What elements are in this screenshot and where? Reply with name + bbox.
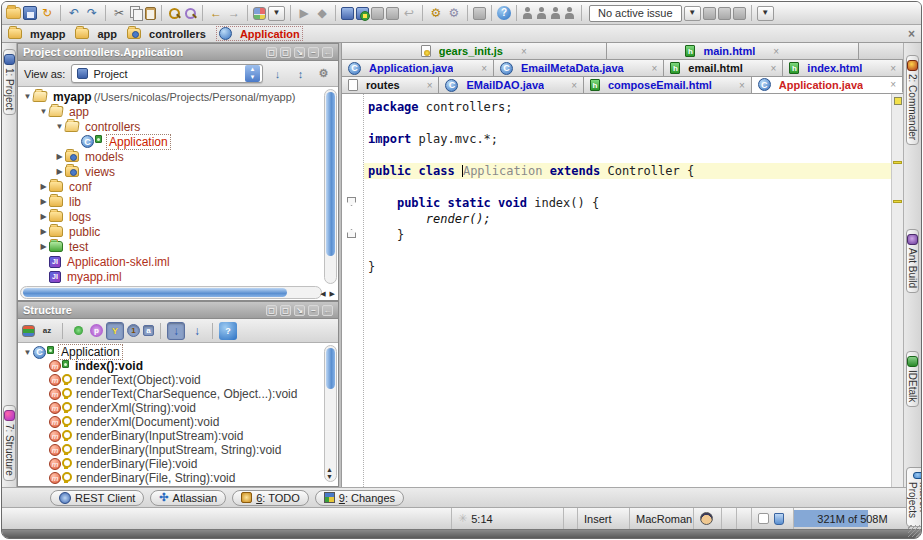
module-settings-icon[interactable]	[341, 7, 354, 20]
project-vertical-scrollbar[interactable]	[324, 89, 337, 284]
tool-button-2-commander[interactable]: 2: Commander	[906, 55, 919, 145]
cut-icon[interactable]: ✂	[111, 5, 127, 21]
overflow-dropdown[interactable]: ▼	[757, 6, 774, 21]
tree-item-application[interactable]: ▼CApplication	[18, 345, 338, 359]
changes-button[interactable]: 9: Changes	[315, 490, 404, 506]
code-line-5[interactable]: public class Application extends Control…	[364, 163, 891, 179]
tree-item-renderbinary-inputstream-string-void[interactable]: mrenderBinary(InputStream, String):void	[18, 443, 338, 457]
sort-by-visibility-icon[interactable]	[22, 325, 35, 337]
todo-button[interactable]: 6: TODO	[232, 490, 309, 506]
scrollbar-arrows-icon[interactable]: ◀ ▶	[320, 290, 336, 298]
code-editor[interactable]: package controllers;import play.mvc.*;pu…	[364, 94, 891, 487]
editor-tab-email-html[interactable]: hemail.html×	[664, 60, 783, 76]
tab-close-icon[interactable]: ×	[651, 63, 657, 74]
show-properties-icon[interactable]: p	[90, 324, 103, 337]
error-stripe[interactable]	[891, 94, 903, 487]
tree-item-controllers[interactable]: ▼controllers	[18, 119, 338, 134]
editor-gutter[interactable]	[342, 94, 364, 487]
show-inherited-icon[interactable]: Y	[106, 322, 124, 340]
idetalk-dnd-icon[interactable]	[536, 6, 548, 20]
code-line-1[interactable]: package controllers;	[368, 99, 891, 115]
editor-tab-routes[interactable]: routes×	[342, 77, 439, 93]
show-anonymous-icon[interactable]: 1	[127, 324, 140, 337]
replace-icon[interactable]	[183, 6, 197, 20]
project-horizontal-scrollbar[interactable]	[20, 286, 322, 299]
tree-item-app[interactable]: ▼app	[18, 104, 338, 119]
tab-close-icon[interactable]: ×	[773, 46, 779, 57]
code-line-2[interactable]	[368, 115, 891, 131]
cursor-position-cell[interactable]: ✳ 5:14	[451, 508, 563, 529]
tool-button-1-project[interactable]: 1: Project	[3, 49, 16, 115]
undo-icon[interactable]: ↶	[66, 5, 82, 21]
copy-reference-icon[interactable]	[371, 7, 384, 20]
debug-icon[interactable]: ◆	[314, 5, 330, 21]
rest-client-button[interactable]: REST Client	[50, 490, 144, 506]
code-line-8[interactable]: render();	[368, 211, 891, 227]
tab-close-icon[interactable]: ×	[571, 80, 577, 91]
tree-item-lib[interactable]: ▶lib	[18, 194, 338, 209]
tree-item-rendertext-object-void[interactable]: mrenderText(Object):void	[18, 373, 338, 387]
run-icon[interactable]: ▶	[296, 5, 312, 21]
encoding-cell[interactable]: MacRoman	[629, 508, 693, 529]
redo-icon[interactable]: ↷	[84, 5, 100, 21]
tree-item-application-skel-iml[interactable]: JIApplication-skel.iml	[18, 254, 338, 269]
dock-button-icon[interactable]: ◻	[280, 47, 291, 58]
tree-item-renderxml-string-void[interactable]: mrenderXml(String):void	[18, 401, 338, 415]
tree-right-arrow-icon[interactable]: ▶	[54, 167, 65, 176]
tree-down-arrow-icon[interactable]: ▼	[54, 122, 65, 131]
jar-icon[interactable]	[703, 7, 716, 20]
editor-tab-composeemail-html[interactable]: hcomposeEmail.html×	[584, 77, 752, 93]
tree-item-index-void[interactable]: mindex():void	[18, 359, 338, 373]
close-icon[interactable]: ×	[908, 27, 915, 41]
save-icon[interactable]	[23, 6, 37, 20]
code-line-6[interactable]	[368, 179, 891, 195]
background-tasks-icon[interactable]: ✳	[458, 512, 467, 525]
sort-alphabetically-icon[interactable]: az	[38, 322, 56, 340]
breadcrumb-item-app[interactable]: app	[75, 28, 117, 40]
memory-indicator[interactable]: 321M of 508M	[793, 508, 911, 529]
warning-stripe-mark[interactable]	[893, 200, 902, 203]
tab-close-icon[interactable]: ×	[771, 63, 777, 74]
pin-button-icon[interactable]: ↘	[294, 305, 305, 316]
tree-item-public[interactable]: ▶public	[18, 224, 338, 239]
float-button-icon[interactable]: ◻	[266, 47, 277, 58]
tree-item-renderbinary-file-string-void[interactable]: mrenderBinary(File, String):void	[18, 471, 338, 485]
code-line-10[interactable]	[368, 243, 891, 259]
garbage-collector-icon[interactable]	[774, 513, 784, 525]
settings-gear-icon[interactable]: ⚙	[315, 65, 332, 82]
tree-right-arrow-icon[interactable]: ▶	[38, 242, 49, 251]
fold-marker-open-icon[interactable]	[347, 197, 356, 206]
autoscroll-from-source-icon[interactable]: ↓	[188, 322, 206, 340]
insert-mode-cell[interactable]: Insert	[577, 508, 629, 529]
tool-button-7-structure[interactable]: 7: Structure	[3, 405, 16, 481]
editor-tab-gears-init-js[interactable]: gears_init.js×	[342, 43, 607, 59]
tool-button-ant-build[interactable]: Ant Build	[906, 229, 919, 293]
breadcrumb-item-controllers[interactable]: controllers	[127, 28, 206, 40]
editor-tab-index-html[interactable]: hindex.html×	[783, 60, 903, 76]
minimize-button-icon[interactable]: −	[308, 305, 319, 316]
rollback-icon[interactable]: ↩	[401, 5, 417, 21]
resize-grip[interactable]	[908, 525, 920, 537]
tree-item-conf[interactable]: ▶conf	[18, 179, 338, 194]
tree-item-logs[interactable]: ▶logs	[18, 209, 338, 224]
comment-icon[interactable]	[733, 7, 746, 20]
code-line-3[interactable]: import play.mvc.*;	[368, 131, 891, 147]
help-icon[interactable]: ?	[219, 322, 237, 340]
back-icon[interactable]: ←	[208, 5, 224, 21]
tab-close-icon[interactable]: ×	[427, 80, 433, 91]
combo-stepper-icon[interactable]: ▲▼	[245, 65, 260, 82]
run-config-dropdown[interactable]: ▼	[268, 6, 285, 21]
structure-vertical-scrollbar[interactable]: ▲▼	[324, 345, 337, 482]
editor-tab-main-html[interactable]: hmain.html×	[607, 43, 859, 59]
project-structure-icon[interactable]: ⚙	[446, 5, 462, 21]
run-config-icon[interactable]	[253, 7, 266, 20]
search-icon[interactable]	[167, 6, 181, 20]
editor-tab-application-java[interactable]: CApplication.java×	[752, 77, 903, 93]
tab-close-icon[interactable]: ×	[890, 79, 896, 90]
sync-icon[interactable]: ↻	[39, 5, 55, 21]
tree-right-arrow-icon[interactable]: ▶	[38, 182, 49, 191]
dock-button-icon[interactable]: ◻	[280, 305, 291, 316]
editor-tab-emailmetadata-java[interactable]: CEmailMetaData.java×	[494, 60, 664, 76]
copy-icon[interactable]	[129, 6, 143, 20]
hector-inspector-icon[interactable]	[700, 512, 713, 525]
